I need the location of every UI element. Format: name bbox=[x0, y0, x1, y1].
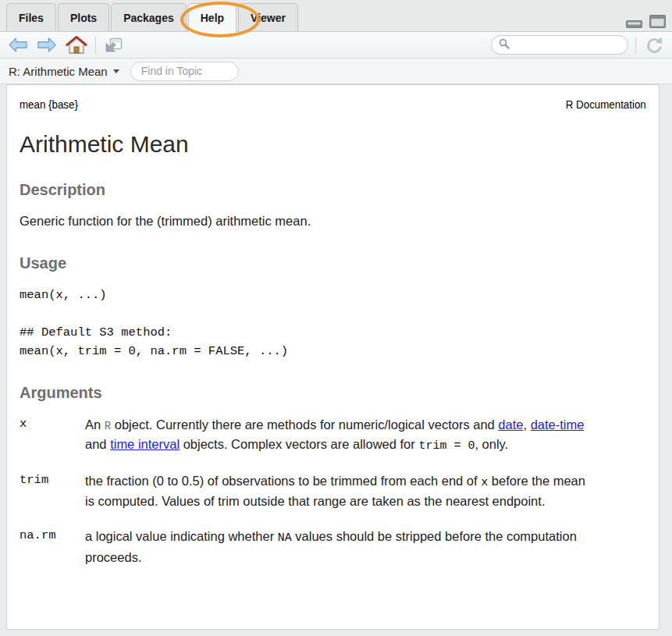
argument-description: the fraction (0 to 0.5) of observations … bbox=[85, 471, 592, 511]
forward-icon[interactable] bbox=[36, 36, 58, 54]
topic-dropdown[interactable]: R: Arithmetic Mean bbox=[9, 65, 119, 78]
doc-topic-package: mean {base} bbox=[20, 98, 78, 112]
page-title: Arithmetic Mean bbox=[20, 131, 646, 158]
tab-help[interactable]: Help bbox=[188, 3, 236, 32]
topic-bar: R: Arithmetic Mean bbox=[0, 59, 672, 84]
text-segment: and bbox=[85, 437, 110, 451]
help-toolbar bbox=[0, 32, 672, 59]
tab-files[interactable]: Files bbox=[6, 3, 56, 31]
search-input[interactable] bbox=[514, 38, 620, 52]
find-in-topic-input[interactable] bbox=[130, 62, 239, 81]
toolbar-separator-right bbox=[635, 37, 636, 54]
text-segment: , only. bbox=[475, 437, 508, 451]
description-heading: Description bbox=[20, 181, 646, 199]
argument-row-x: x An R object. Currently there are metho… bbox=[20, 415, 646, 455]
doc-source-label: R Documentation bbox=[566, 98, 646, 112]
search-icon bbox=[499, 38, 510, 52]
show-in-new-window-icon[interactable] bbox=[103, 35, 124, 55]
time-interval-link[interactable]: time interval bbox=[110, 437, 180, 451]
toolbar-separator bbox=[95, 37, 96, 54]
tab-viewer[interactable]: Viewer bbox=[238, 3, 298, 31]
tab-plots[interactable]: Plots bbox=[58, 3, 109, 31]
text-segment: An bbox=[85, 417, 105, 432]
tab-help-label: Help bbox=[201, 12, 224, 24]
description-text: Generic function for the (trimmed) arith… bbox=[20, 212, 646, 231]
argument-row-na-rm: na.rm a logical value indicating whether… bbox=[20, 527, 646, 567]
argument-row-trim: trim the fraction (0 to 0.5) of observat… bbox=[20, 471, 646, 511]
text-segment: the fraction (0 to 0.5) of observations … bbox=[85, 474, 481, 488]
home-icon[interactable] bbox=[65, 34, 88, 55]
usage-heading: Usage bbox=[20, 254, 646, 272]
text-segment: object. Currently there are methods for … bbox=[111, 417, 498, 432]
usage-code: mean(x, ...) ## Default S3 method: mean(… bbox=[20, 286, 646, 361]
pane-window-controls bbox=[625, 14, 667, 29]
arguments-heading: Arguments bbox=[20, 384, 646, 402]
text-segment: a logical value indicating whether bbox=[85, 529, 278, 543]
tab-plots-label: Plots bbox=[70, 12, 97, 24]
tab-packages[interactable]: Packages bbox=[111, 3, 187, 31]
topic-title: R: Arithmetic Mean bbox=[9, 65, 108, 78]
tab-files-label: Files bbox=[19, 12, 44, 24]
date-time-link[interactable]: date-time bbox=[531, 417, 585, 432]
tab-viewer-label: Viewer bbox=[251, 12, 286, 24]
pane-tab-bar: Files Plots Packages Help Viewer bbox=[0, 0, 672, 32]
inline-code: trim = 0 bbox=[418, 439, 475, 453]
date-link[interactable]: date bbox=[498, 417, 523, 432]
argument-name: trim bbox=[20, 471, 85, 511]
caret-down-icon bbox=[113, 69, 119, 73]
r-language-symbol: R bbox=[105, 420, 111, 432]
inline-code: NA bbox=[278, 531, 292, 545]
minimize-pane-icon[interactable] bbox=[625, 20, 643, 29]
doc-header: mean {base} R Documentation bbox=[20, 98, 646, 112]
back-icon[interactable] bbox=[7, 36, 29, 54]
help-content-panel: mean {base} R Documentation Arithmetic M… bbox=[6, 84, 660, 630]
argument-name: na.rm bbox=[20, 527, 85, 567]
argument-name: x bbox=[20, 415, 85, 455]
help-search-box[interactable] bbox=[491, 35, 628, 55]
argument-description: An R object. Currently there are methods… bbox=[85, 415, 592, 455]
tab-packages-label: Packages bbox=[123, 12, 174, 24]
inline-code: x bbox=[481, 476, 488, 489]
text-segment: , bbox=[523, 417, 530, 432]
arguments-table: x An R object. Currently there are metho… bbox=[20, 415, 646, 567]
argument-description: a logical value indicating whether NA va… bbox=[85, 527, 592, 567]
refresh-icon[interactable] bbox=[643, 35, 665, 55]
text-segment: objects. Complex vectors are allowed for bbox=[180, 437, 418, 451]
maximize-pane-icon[interactable] bbox=[649, 14, 667, 29]
